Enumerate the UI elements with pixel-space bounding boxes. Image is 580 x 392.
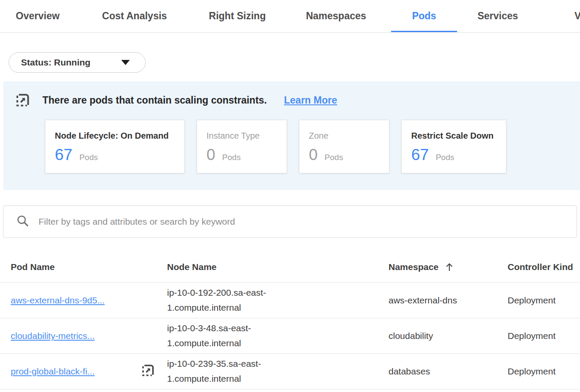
tab-cost-analysis[interactable]: Cost Analysis	[75, 0, 194, 32]
scaling-constraints-banner: There are pods that contain scaling cons…	[3, 81, 580, 190]
table-row: cloudability-metrics... ip-10-0-3-48.sa-…	[0, 318, 580, 354]
card-value: 67	[55, 146, 72, 164]
table-row: aws-external-dns-9d5... ip-10-0-192-200.…	[0, 283, 580, 318]
top-tab-bar: Overview Cost Analysis Right Sizing Name…	[0, 0, 580, 33]
controller-kind: Deployment	[508, 366, 580, 377]
node-name: ip-10-0-192-200.sa-east-1.compute.intern…	[167, 285, 286, 315]
controller-kind: Deployment	[508, 295, 580, 306]
tab-services[interactable]: Services	[457, 0, 538, 32]
filter-row: Status: Running	[9, 52, 580, 73]
column-header-namespace-label: Namespace	[389, 262, 439, 272]
status-filter-dropdown[interactable]: Status: Running	[9, 52, 146, 73]
scaling-constraint-icon	[141, 363, 155, 380]
card-title: Node Lifecycle: On Demand	[55, 131, 175, 141]
pod-name-link[interactable]: prod-global-black-fi...	[11, 366, 95, 377]
card-zone[interactable]: Zone 0 Pods	[299, 120, 389, 173]
namespace: databases	[389, 364, 458, 379]
banner-message: There are pods that contain scaling cons…	[42, 95, 267, 106]
tab-overview[interactable]: Overview	[0, 0, 75, 32]
card-node-lifecycle[interactable]: Node Lifecycle: On Demand 67 Pods	[45, 120, 185, 173]
controller-kind: Deployment	[508, 331, 580, 341]
card-instance-type[interactable]: Instance Type 0 Pods	[197, 120, 287, 173]
sort-ascending-icon	[445, 262, 454, 272]
card-unit: Pods	[222, 153, 241, 162]
node-name: ip-10-0-239-35.sa-east-1.compute.interna…	[167, 356, 286, 386]
card-title: Zone	[309, 131, 380, 141]
table-row: prod-global-black-fi... ip-10-0-239-35.s…	[0, 354, 580, 389]
card-value: 0	[309, 146, 318, 164]
learn-more-link[interactable]: Learn More	[284, 95, 337, 106]
tab-virtual[interactable]: Virtu	[538, 0, 580, 32]
namespace: cloudability	[389, 329, 458, 344]
tab-namespaces[interactable]: Namespaces	[281, 0, 391, 32]
pod-name-link[interactable]: cloudability-metrics...	[11, 331, 95, 341]
tab-right-sizing[interactable]: Right Sizing	[194, 0, 281, 32]
constraint-cards: Node Lifecycle: On Demand 67 Pods Instan…	[45, 120, 580, 173]
card-value: 0	[206, 146, 215, 164]
tab-pods[interactable]: Pods	[391, 0, 457, 32]
table-header: Pod Name Node Name Namespace Controller …	[0, 238, 580, 283]
column-header-pod-name[interactable]: Pod Name	[11, 262, 167, 282]
search-input[interactable]	[39, 217, 568, 227]
card-unit: Pods	[79, 153, 98, 162]
card-unit: Pods	[325, 153, 343, 162]
search-bar	[3, 205, 577, 238]
card-title: Instance Type	[206, 131, 277, 141]
node-name: ip-10-0-3-48.sa-east-1.compute.internal	[167, 321, 286, 350]
card-restrict-scale-down[interactable]: Restrict Scale Down 67 Pods	[401, 120, 506, 173]
card-value: 67	[411, 146, 429, 164]
column-header-controller-kind[interactable]: Controller Kind	[508, 262, 580, 282]
search-icon	[16, 214, 29, 229]
status-filter-label: Status: Running	[21, 57, 90, 68]
card-unit: Pods	[436, 153, 454, 162]
column-header-node-name[interactable]: Node Name	[167, 262, 389, 282]
scaling-constraint-icon	[15, 92, 30, 108]
column-header-namespace[interactable]: Namespace	[389, 262, 508, 282]
chevron-down-icon	[121, 60, 130, 65]
card-title: Restrict Scale Down	[411, 131, 496, 141]
namespace: aws-external-dns	[389, 293, 458, 308]
pod-name-link[interactable]: aws-external-dns-9d5...	[11, 295, 105, 306]
